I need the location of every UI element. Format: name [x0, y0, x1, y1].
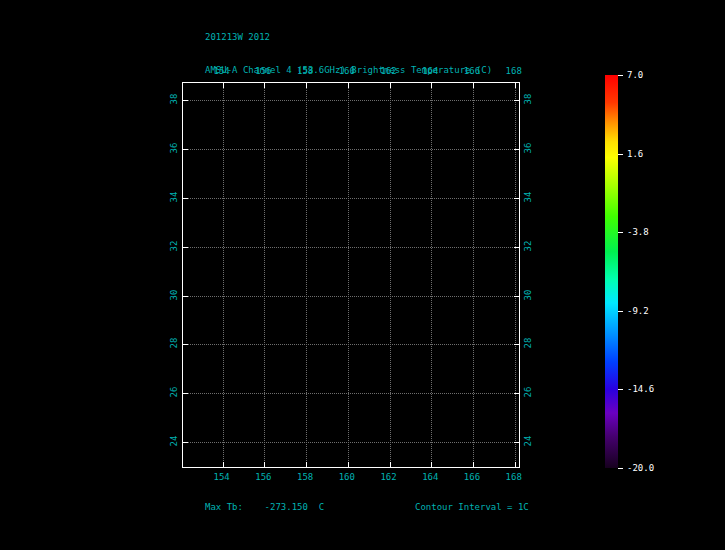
y-axis-label-right: 34 [523, 191, 533, 202]
y-tick-left [183, 247, 188, 248]
y-tick-right [514, 344, 519, 345]
y-axis-label-right: 26 [523, 387, 533, 398]
gridline-vertical [473, 83, 474, 467]
colorbar-label: -9.2 [627, 306, 649, 316]
y-tick-left [183, 100, 188, 101]
y-tick-right [514, 296, 519, 297]
y-tick-left [183, 149, 188, 150]
x-tick-bottom [390, 462, 391, 467]
gridline-vertical [390, 83, 391, 467]
y-axis-label-left: 34 [169, 191, 179, 202]
colorbar-label: -14.6 [627, 384, 654, 394]
x-axis-label-bottom: 156 [255, 472, 271, 482]
x-axis-label-bottom: 162 [380, 472, 396, 482]
y-tick-right [514, 198, 519, 199]
gridline-horizontal [183, 247, 519, 248]
x-tick-bottom [348, 462, 349, 467]
x-axis-label-bottom: 160 [339, 472, 355, 482]
gridline-horizontal [183, 442, 519, 443]
colorbar-tick [618, 75, 623, 76]
gridline-horizontal [183, 100, 519, 101]
x-axis-label-top: 168 [506, 66, 522, 76]
y-axis-label-left: 28 [169, 338, 179, 349]
map-plot-frame [182, 82, 520, 468]
x-tick-top [473, 83, 474, 88]
y-axis-label-left: 26 [169, 387, 179, 398]
satellite-plot-screen: 201213W 2012 AMSU-A Channel 4 (53.6GHz) … [0, 0, 725, 550]
y-tick-right [514, 442, 519, 443]
x-tick-top [515, 83, 516, 88]
y-axis-label-right: 32 [523, 240, 533, 251]
x-tick-bottom [223, 462, 224, 467]
x-axis-label-top: 164 [422, 66, 438, 76]
y-axis-label-left: 24 [169, 436, 179, 447]
x-tick-bottom [431, 462, 432, 467]
gridline-vertical [431, 83, 432, 467]
y-tick-right [514, 149, 519, 150]
colorbar-tick [618, 232, 623, 233]
y-tick-left [183, 344, 188, 345]
y-tick-right [514, 393, 519, 394]
y-tick-left [183, 442, 188, 443]
x-axis-label-bottom: 166 [464, 472, 480, 482]
x-tick-top [306, 83, 307, 88]
gridline-vertical [306, 83, 307, 467]
x-tick-top [348, 83, 349, 88]
colorbar-label: -20.0 [627, 463, 654, 473]
colorbar-label: 1.6 [627, 149, 643, 159]
colorbar-gradient [605, 75, 618, 468]
y-tick-left [183, 296, 188, 297]
colorbar-tick [618, 154, 623, 155]
gridline-horizontal [183, 393, 519, 394]
x-axis-label-top: 162 [380, 66, 396, 76]
y-tick-left [183, 198, 188, 199]
gridline-horizontal [183, 149, 519, 150]
x-tick-top [431, 83, 432, 88]
y-axis-label-left: 38 [169, 94, 179, 105]
x-axis-label-top: 160 [339, 66, 355, 76]
gridline-horizontal [183, 296, 519, 297]
gridline-vertical [515, 83, 516, 467]
gridline-vertical [264, 83, 265, 467]
storm-id-line: 201213W 2012 [205, 32, 492, 43]
gridline-horizontal [183, 344, 519, 345]
y-axis-label-right: 36 [523, 143, 533, 154]
y-tick-right [514, 247, 519, 248]
y-axis-label-right: 30 [523, 289, 533, 300]
y-tick-right [514, 100, 519, 101]
x-tick-top [223, 83, 224, 88]
x-tick-top [264, 83, 265, 88]
colorbar-tick [618, 311, 623, 312]
x-axis-label-top: 166 [464, 66, 480, 76]
y-tick-left [183, 393, 188, 394]
y-axis-label-right: 28 [523, 338, 533, 349]
colorbar-tick [618, 389, 623, 390]
gridline-horizontal [183, 198, 519, 199]
gridline-vertical [223, 83, 224, 467]
y-axis-label-left: 30 [169, 289, 179, 300]
x-axis-label-bottom: 158 [297, 472, 313, 482]
x-tick-bottom [515, 462, 516, 467]
x-axis-label-bottom: 154 [214, 472, 230, 482]
y-axis-label-right: 24 [523, 436, 533, 447]
x-axis-label-bottom: 168 [506, 472, 522, 482]
x-tick-bottom [264, 462, 265, 467]
y-axis-label-right: 38 [523, 94, 533, 105]
x-axis-label-top: 156 [255, 66, 271, 76]
x-axis-label-top: 154 [214, 66, 230, 76]
x-tick-top [390, 83, 391, 88]
contour-interval-label: Contour Interval = 1C [415, 502, 529, 512]
x-axis-label-bottom: 164 [422, 472, 438, 482]
x-tick-bottom [306, 462, 307, 467]
colorbar-tick [618, 468, 623, 469]
max-tb-label: Max Tb: -273.150 C [205, 502, 324, 512]
colorbar-label: -3.8 [627, 227, 649, 237]
x-axis-label-top: 158 [297, 66, 313, 76]
y-axis-label-left: 36 [169, 143, 179, 154]
gridline-vertical [348, 83, 349, 467]
x-tick-bottom [473, 462, 474, 467]
y-axis-label-left: 32 [169, 240, 179, 251]
colorbar-label: 7.0 [627, 70, 643, 80]
